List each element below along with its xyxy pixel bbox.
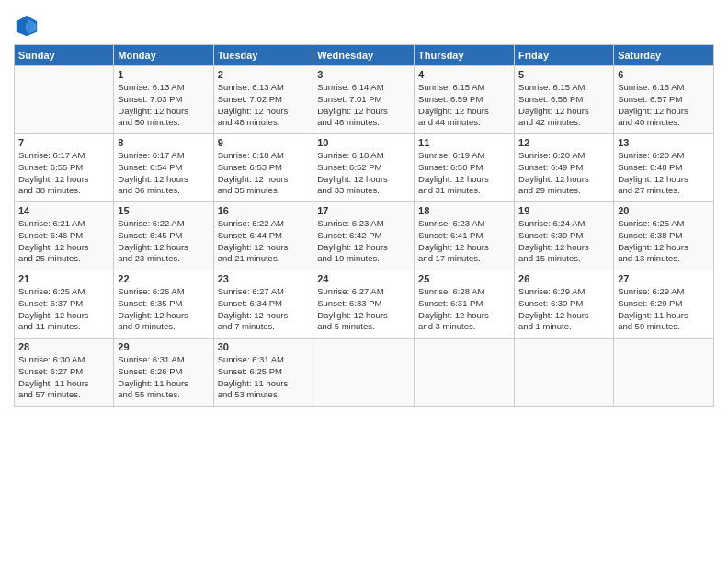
week-row-2: 7Sunrise: 6:17 AM Sunset: 6:55 PM Daylig…: [15, 134, 714, 202]
day-number: 18: [418, 205, 510, 216]
calendar-cell: 17Sunrise: 6:23 AM Sunset: 6:42 PM Dayli…: [313, 202, 415, 270]
page-container: SundayMondayTuesdayWednesdayThursdayFrid…: [0, 0, 728, 416]
day-info: Sunrise: 6:13 AM Sunset: 7:02 PM Dayligh…: [218, 82, 310, 129]
day-info: Sunrise: 6:25 AM Sunset: 6:38 PM Dayligh…: [618, 218, 710, 265]
day-info: Sunrise: 6:17 AM Sunset: 6:54 PM Dayligh…: [118, 150, 209, 197]
day-number: 9: [218, 137, 310, 148]
col-header-friday: Friday: [515, 45, 614, 66]
calendar-cell: 9Sunrise: 6:18 AM Sunset: 6:53 PM Daylig…: [213, 134, 313, 202]
calendar-cell: 18Sunrise: 6:23 AM Sunset: 6:41 PM Dayli…: [415, 202, 515, 270]
calendar-cell: 22Sunrise: 6:26 AM Sunset: 6:35 PM Dayli…: [114, 270, 213, 339]
calendar-cell: 27Sunrise: 6:29 AM Sunset: 6:29 PM Dayli…: [614, 270, 714, 339]
day-number: 26: [518, 273, 609, 284]
calendar-cell: 23Sunrise: 6:27 AM Sunset: 6:34 PM Dayli…: [213, 270, 313, 339]
day-number: 17: [317, 205, 410, 216]
day-number: 7: [18, 137, 109, 148]
calendar-cell: 10Sunrise: 6:18 AM Sunset: 6:52 PM Dayli…: [313, 134, 415, 202]
calendar-cell: 7Sunrise: 6:17 AM Sunset: 6:55 PM Daylig…: [15, 134, 114, 202]
logo: [14, 13, 41, 39]
calendar-cell: 21Sunrise: 6:25 AM Sunset: 6:37 PM Dayli…: [15, 270, 114, 339]
col-header-wednesday: Wednesday: [313, 45, 415, 66]
day-number: 14: [18, 205, 109, 216]
day-info: Sunrise: 6:22 AM Sunset: 6:44 PM Dayligh…: [218, 218, 310, 265]
day-info: Sunrise: 6:21 AM Sunset: 6:46 PM Dayligh…: [18, 218, 109, 265]
week-row-5: 28Sunrise: 6:30 AM Sunset: 6:27 PM Dayli…: [15, 339, 714, 407]
calendar-cell: 25Sunrise: 6:28 AM Sunset: 6:31 PM Dayli…: [415, 270, 515, 339]
week-row-3: 14Sunrise: 6:21 AM Sunset: 6:46 PM Dayli…: [15, 202, 714, 270]
day-number: 27: [618, 273, 710, 284]
calendar-cell: [415, 339, 515, 407]
logo-icon: [14, 13, 40, 39]
day-info: Sunrise: 6:17 AM Sunset: 6:55 PM Dayligh…: [18, 150, 109, 197]
calendar-cell: 30Sunrise: 6:31 AM Sunset: 6:25 PM Dayli…: [213, 339, 313, 407]
col-header-sunday: Sunday: [15, 45, 114, 66]
day-info: Sunrise: 6:23 AM Sunset: 6:41 PM Dayligh…: [418, 218, 510, 265]
day-number: 24: [317, 273, 410, 284]
day-info: Sunrise: 6:30 AM Sunset: 6:27 PM Dayligh…: [18, 354, 109, 401]
calendar-body: 1Sunrise: 6:13 AM Sunset: 7:03 PM Daylig…: [15, 66, 714, 407]
calendar-cell: 20Sunrise: 6:25 AM Sunset: 6:38 PM Dayli…: [614, 202, 714, 270]
day-info: Sunrise: 6:28 AM Sunset: 6:31 PM Dayligh…: [418, 286, 510, 333]
calendar-header-row: SundayMondayTuesdayWednesdayThursdayFrid…: [15, 45, 714, 66]
page-header: [14, 9, 714, 39]
day-info: Sunrise: 6:14 AM Sunset: 7:01 PM Dayligh…: [317, 82, 410, 129]
day-number: 13: [618, 137, 710, 148]
calendar-cell: [15, 66, 114, 134]
day-info: Sunrise: 6:27 AM Sunset: 6:34 PM Dayligh…: [218, 286, 310, 333]
day-number: 19: [518, 205, 609, 216]
day-number: 5: [518, 69, 609, 80]
calendar-cell: 24Sunrise: 6:27 AM Sunset: 6:33 PM Dayli…: [313, 270, 415, 339]
day-info: Sunrise: 6:31 AM Sunset: 6:25 PM Dayligh…: [218, 354, 310, 401]
day-number: 3: [317, 69, 410, 80]
day-number: 22: [118, 273, 209, 284]
day-info: Sunrise: 6:23 AM Sunset: 6:42 PM Dayligh…: [317, 218, 410, 265]
day-number: 4: [418, 69, 510, 80]
day-info: Sunrise: 6:18 AM Sunset: 6:53 PM Dayligh…: [218, 150, 310, 197]
day-number: 23: [218, 273, 310, 284]
calendar-cell: 16Sunrise: 6:22 AM Sunset: 6:44 PM Dayli…: [213, 202, 313, 270]
day-info: Sunrise: 6:20 AM Sunset: 6:48 PM Dayligh…: [618, 150, 710, 197]
day-number: 28: [18, 341, 109, 352]
calendar-cell: [614, 339, 714, 407]
day-number: 30: [218, 341, 310, 352]
calendar-cell: 8Sunrise: 6:17 AM Sunset: 6:54 PM Daylig…: [114, 134, 213, 202]
day-info: Sunrise: 6:15 AM Sunset: 6:59 PM Dayligh…: [418, 82, 510, 129]
day-number: 1: [118, 69, 209, 80]
calendar-cell: 2Sunrise: 6:13 AM Sunset: 7:02 PM Daylig…: [213, 66, 313, 134]
calendar-cell: 19Sunrise: 6:24 AM Sunset: 6:39 PM Dayli…: [515, 202, 614, 270]
calendar-cell: 1Sunrise: 6:13 AM Sunset: 7:03 PM Daylig…: [114, 66, 213, 134]
day-number: 16: [218, 205, 310, 216]
day-info: Sunrise: 6:18 AM Sunset: 6:52 PM Dayligh…: [317, 150, 410, 197]
calendar-cell: 28Sunrise: 6:30 AM Sunset: 6:27 PM Dayli…: [15, 339, 114, 407]
day-number: 12: [518, 137, 609, 148]
day-info: Sunrise: 6:31 AM Sunset: 6:26 PM Dayligh…: [118, 354, 209, 401]
col-header-tuesday: Tuesday: [213, 45, 313, 66]
calendar-cell: 14Sunrise: 6:21 AM Sunset: 6:46 PM Dayli…: [15, 202, 114, 270]
calendar-cell: 26Sunrise: 6:29 AM Sunset: 6:30 PM Dayli…: [515, 270, 614, 339]
day-info: Sunrise: 6:19 AM Sunset: 6:50 PM Dayligh…: [418, 150, 510, 197]
day-number: 25: [418, 273, 510, 284]
calendar-cell: 13Sunrise: 6:20 AM Sunset: 6:48 PM Dayli…: [614, 134, 714, 202]
calendar-cell: 11Sunrise: 6:19 AM Sunset: 6:50 PM Dayli…: [415, 134, 515, 202]
col-header-saturday: Saturday: [614, 45, 714, 66]
day-info: Sunrise: 6:29 AM Sunset: 6:30 PM Dayligh…: [518, 286, 609, 333]
day-number: 20: [618, 205, 710, 216]
day-info: Sunrise: 6:13 AM Sunset: 7:03 PM Dayligh…: [118, 82, 209, 129]
calendar-cell: 29Sunrise: 6:31 AM Sunset: 6:26 PM Dayli…: [114, 339, 213, 407]
day-info: Sunrise: 6:24 AM Sunset: 6:39 PM Dayligh…: [518, 218, 609, 265]
calendar-cell: 12Sunrise: 6:20 AM Sunset: 6:49 PM Dayli…: [515, 134, 614, 202]
day-number: 10: [317, 137, 410, 148]
week-row-1: 1Sunrise: 6:13 AM Sunset: 7:03 PM Daylig…: [15, 66, 714, 134]
week-row-4: 21Sunrise: 6:25 AM Sunset: 6:37 PM Dayli…: [15, 270, 714, 339]
calendar-cell: [515, 339, 614, 407]
calendar-cell: [313, 339, 415, 407]
calendar-cell: 15Sunrise: 6:22 AM Sunset: 6:45 PM Dayli…: [114, 202, 213, 270]
day-info: Sunrise: 6:20 AM Sunset: 6:49 PM Dayligh…: [518, 150, 609, 197]
day-info: Sunrise: 6:29 AM Sunset: 6:29 PM Dayligh…: [618, 286, 710, 333]
day-info: Sunrise: 6:22 AM Sunset: 6:45 PM Dayligh…: [118, 218, 209, 265]
calendar-cell: 4Sunrise: 6:15 AM Sunset: 6:59 PM Daylig…: [415, 66, 515, 134]
day-number: 11: [418, 137, 510, 148]
day-number: 15: [118, 205, 209, 216]
day-number: 29: [118, 341, 209, 352]
day-number: 8: [118, 137, 209, 148]
